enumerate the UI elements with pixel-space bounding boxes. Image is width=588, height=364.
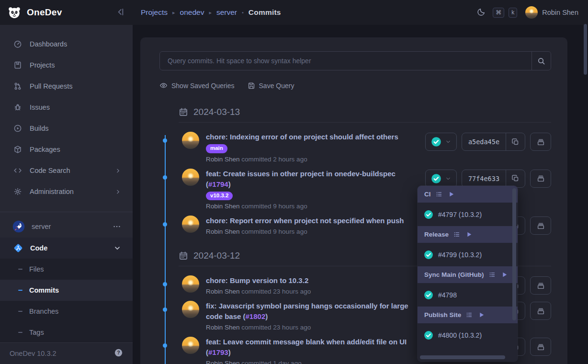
sidebar-subitem-label: Commits: [29, 286, 59, 294]
sidebar-subitem-files[interactable]: Files: [0, 259, 133, 280]
sidebar-item-builds[interactable]: Builds: [0, 118, 133, 139]
popup-vertical-scrollbar[interactable]: [512, 188, 516, 320]
browse-code-button[interactable]: [530, 170, 551, 188]
commit-message-link[interactable]: chore: Bump version to 10.3.2: [206, 275, 416, 286]
save-query-link[interactable]: Save Query: [248, 82, 294, 90]
copy-icon: [511, 138, 520, 146]
list-icon[interactable]: [453, 231, 461, 238]
job-header: Release: [418, 226, 518, 243]
committer-avatar[interactable]: [182, 337, 199, 354]
ref-badge[interactable]: v10.3.2: [206, 192, 233, 201]
run-job-play-icon[interactable]: [448, 191, 455, 198]
sidebar-collapse-button[interactable]: [115, 7, 125, 18]
project-options-dots-icon[interactable]: [113, 222, 121, 231]
commit-message-link[interactable]: feat: Create issues in other project in …: [206, 169, 416, 190]
issues-icon: [13, 103, 22, 112]
run-job-play-icon[interactable]: [478, 311, 485, 318]
logo-area: OneDev: [0, 5, 133, 20]
help-button[interactable]: ?: [114, 348, 123, 359]
commit-query-input[interactable]: [160, 52, 531, 70]
list-icon[interactable]: [466, 311, 473, 318]
commit-meta: Robin Shen committed 1 day ago: [206, 359, 416, 364]
sidebar-item-packages[interactable]: Packages: [0, 139, 133, 160]
save-icon: [248, 82, 255, 90]
commit-message-link[interactable]: chore: Indexing error of one project sho…: [206, 132, 416, 142]
sidebar-item-code[interactable]: Code: [0, 238, 133, 259]
ref-badge[interactable]: main: [206, 144, 227, 153]
popup-horizontal-scrollbar[interactable]: [420, 355, 505, 359]
sidebar-subitem-branches[interactable]: Branches: [0, 301, 133, 322]
commit-meta: Robin Shen committed 23 hours ago: [206, 323, 416, 332]
commit-query-bar: [159, 51, 551, 70]
committer-avatar[interactable]: [182, 132, 199, 149]
browse-code-button[interactable]: [530, 133, 551, 151]
project-name: server: [32, 223, 51, 230]
issue-reference-link[interactable]: #1802: [246, 312, 266, 320]
show-saved-queries-link[interactable]: Show Saved Queries: [159, 81, 235, 90]
sidebar-item-code-search[interactable]: Code Search: [0, 160, 133, 181]
shortcut-key-k: k: [509, 8, 517, 18]
page-scrollbar[interactable]: [584, 24, 587, 75]
commit-message-link[interactable]: fix: Javascript symbol parsing hangs occ…: [206, 301, 416, 322]
commit-message-text: chore: Indexing error of one project sho…: [206, 133, 398, 141]
sidebar-item-projects[interactable]: Projects: [0, 55, 133, 76]
copy-hash-button[interactable]: [506, 170, 525, 187]
committer-avatar[interactable]: [182, 275, 199, 293]
sidebar-item-pull-requests[interactable]: Pull Requests: [0, 76, 133, 97]
build-status-dropdown-button[interactable]: [425, 170, 457, 188]
sidebar-project-server[interactable]: server: [0, 216, 133, 238]
build-entry[interactable]: #4799 (10.3.2): [418, 243, 518, 266]
browse-code-button[interactable]: [530, 338, 551, 356]
sidebar-subitem-tags[interactable]: Tags: [0, 322, 133, 343]
run-job-play-icon[interactable]: [501, 271, 508, 278]
run-job-play-icon[interactable]: [465, 231, 473, 238]
sidebar-item-issues[interactable]: Issues: [0, 97, 133, 118]
breadcrumb-link-server[interactable]: server: [216, 8, 237, 17]
issue-reference-link[interactable]: #1794: [208, 180, 228, 188]
commit-message-link[interactable]: chore: Report error when project not spe…: [206, 216, 416, 226]
dark-mode-toggle[interactable]: [477, 8, 486, 18]
copy-hash-button[interactable]: [506, 133, 525, 150]
list-icon[interactable]: [489, 271, 496, 278]
committer-avatar[interactable]: [182, 169, 199, 186]
sidebar-subitem-commits[interactable]: Commits: [0, 280, 133, 301]
browse-code-button[interactable]: [530, 302, 551, 320]
commit-time: committed 9 hours ago: [241, 228, 307, 235]
eye-icon: [159, 81, 168, 90]
job-header: Sync Main (GitHub): [418, 266, 518, 283]
build-entry[interactable]: #4800 (10.3.2): [418, 323, 518, 347]
job-name: Publish Site: [424, 311, 461, 318]
help-icon: ?: [114, 348, 123, 357]
build-entry[interactable]: #4798: [418, 283, 518, 307]
browse-code-button[interactable]: [530, 276, 551, 295]
commit-author: Robin Shen: [206, 288, 240, 295]
commit-badge-row: v10.3.2: [206, 190, 416, 201]
sidebar-item-administration[interactable]: Administration: [0, 181, 133, 202]
chevron-right-icon: [115, 168, 121, 174]
search-button[interactable]: [531, 52, 551, 70]
save-query-label: Save Query: [259, 82, 294, 90]
sidebar-divider: [0, 212, 133, 212]
issue-reference-link[interactable]: #1793: [208, 348, 228, 356]
breadcrumb-link-projects[interactable]: Projects: [141, 8, 168, 17]
committer-avatar[interactable]: [182, 301, 199, 318]
commit-hash[interactable]: a5eda45e: [462, 138, 506, 146]
breadcrumb-separator: ▸: [209, 10, 212, 16]
browse-code-button[interactable]: [530, 216, 551, 235]
list-icon[interactable]: [436, 191, 443, 198]
sidebar-item-label: Code Search: [30, 167, 70, 174]
sidebar-item-dashboards[interactable]: Dashboards: [0, 34, 133, 55]
breadcrumb-link-onedev[interactable]: onedev: [180, 8, 204, 17]
user-menu[interactable]: Robin Shen: [525, 6, 578, 19]
commit-hash[interactable]: 77f4e633: [462, 175, 506, 182]
user-avatar: [525, 6, 538, 19]
build-entry[interactable]: #4797 (10.3.2): [418, 203, 518, 226]
build-status-dropdown-button[interactable]: [425, 133, 457, 151]
commit-message-link[interactable]: feat: Leave commit message blank when ad…: [206, 337, 416, 358]
breadcrumb-separator: ▸: [172, 10, 175, 16]
committer-avatar[interactable]: [182, 216, 199, 233]
sidebar: DashboardsProjectsPull RequestsIssuesBui…: [0, 25, 133, 364]
commit-time: committed 23 hours ago: [241, 324, 311, 331]
pull-requests-icon: [13, 82, 22, 91]
check-circle-icon: [431, 173, 441, 184]
